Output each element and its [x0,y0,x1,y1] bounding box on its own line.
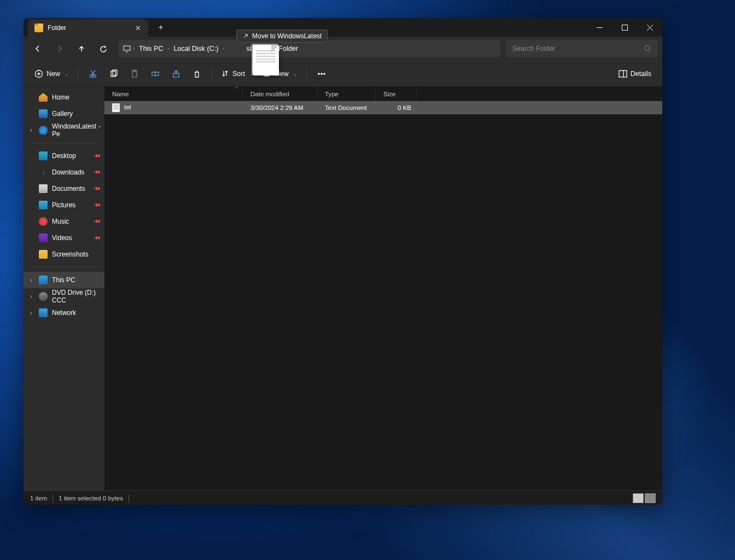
sidebar-item-network[interactable]: Network [24,305,104,321]
search-input[interactable]: Search Folder [506,40,658,57]
forward-button[interactable] [50,40,69,57]
column-header-modified[interactable]: Date modified [243,87,317,101]
refresh-button[interactable] [94,40,113,57]
svg-point-11 [90,74,93,77]
column-header-type[interactable]: Type [317,87,376,101]
separator [78,68,78,80]
documents-icon [39,184,48,193]
titlebar[interactable]: Folder ✕ ＋ [24,18,662,37]
move-arrow-icon [242,33,249,39]
window-controls [587,18,662,37]
drag-overlay: Move to WindowsLatest [236,28,262,59]
pin-icon: 📌 [93,201,101,209]
drag-document-icon [253,45,279,75]
svg-rect-4 [124,46,130,50]
svg-point-27 [324,73,325,74]
separator [306,68,307,80]
tab-folder[interactable]: Folder ✕ [28,19,148,37]
delete-button[interactable] [186,65,207,83]
svg-point-6 [645,46,650,51]
breadcrumb-thispc[interactable]: This PC [135,45,167,52]
file-explorer-window: Folder ✕ ＋ › This PC › Local Disk (C:) ›… [24,18,662,505]
monitor-icon [123,45,131,52]
minimize-button[interactable] [587,18,612,37]
status-bar: 1 item 1 item selected 0 bytes [24,491,662,505]
breadcrumb-localdisk[interactable]: Local Disk (C:) [169,45,223,52]
separator [30,267,98,267]
desktop-icon [39,151,48,160]
close-window-button[interactable] [637,18,662,37]
sidebar-item-screenshots[interactable]: Screenshots [24,246,104,262]
folder-icon [34,24,43,32]
cut-button[interactable] [83,65,103,83]
maximize-button[interactable] [612,18,637,37]
selection-info: 1 item selected 0 bytes [59,495,123,501]
file-row[interactable]: tet 3/30/2024 2:29 AM Text Document 0 KB [104,101,662,114]
sidebar-item-documents[interactable]: Documents📌 [24,180,104,197]
item-count: 1 item [30,495,47,501]
sidebar-item-home[interactable]: Home [24,89,104,106]
share-button[interactable] [166,65,186,83]
toolbar: New⌄ Sort⌄ View⌄ Details [24,61,662,87]
pin-icon: 📌 [93,185,101,193]
sidebar-item-pictures[interactable]: Pictures📌 [24,197,104,213]
column-header-name[interactable]: Name [104,87,243,101]
sidebar-item-videos[interactable]: Videos📌 [24,230,104,246]
thumbnails-view-toggle[interactable] [645,493,656,503]
file-type-cell: Text Document [317,104,376,111]
sidebar-item-music[interactable]: Music📌 [24,213,104,230]
svg-point-26 [321,73,322,74]
rename-button[interactable] [145,65,166,83]
navbar: › This PC › Local Disk (C:) › sLatest › … [24,37,662,61]
new-button[interactable]: New⌄ [30,65,73,83]
sidebar-item-onedrive[interactable]: WindowsLatest - Pe [24,122,104,138]
disc-icon [39,292,48,301]
sidebar-item-downloads[interactable]: Downloads📌 [24,164,104,180]
file-list-pane: Name Date modified Type Size tet 3/30/20… [104,87,662,491]
folder-icon [39,250,48,259]
more-button[interactable] [311,65,332,83]
separator [30,143,98,143]
sidebar-item-desktop[interactable]: Desktop📌 [24,148,104,164]
copy-button[interactable] [103,65,124,83]
svg-rect-28 [619,71,627,77]
sidebar-item-thispc[interactable]: This PC [24,272,104,288]
column-header-size[interactable]: Size [376,87,417,101]
details-view-toggle[interactable] [633,493,644,503]
svg-rect-1 [622,25,627,30]
home-icon [39,93,48,102]
text-file-icon [112,103,120,112]
drag-tooltip: Move to WindowsLatest [236,30,328,43]
up-button[interactable] [72,40,91,57]
svg-point-25 [318,73,319,74]
back-button[interactable] [28,40,48,57]
search-placeholder: Search Folder [512,45,556,52]
pin-icon: 📌 [93,168,101,177]
close-tab-button[interactable]: ✕ [134,24,142,32]
network-icon [39,308,48,317]
sort-button[interactable]: Sort⌄ [217,65,258,83]
separator [52,494,53,502]
sidebar-item-gallery[interactable]: Gallery [24,106,104,122]
file-modified-cell: 3/30/2024 2:29 AM [243,104,317,111]
column-headers: Name Date modified Type Size [104,87,662,101]
file-list[interactable]: tet 3/30/2024 2:29 AM Text Document 0 KB [104,101,662,491]
music-icon [39,217,48,226]
search-icon [644,45,651,52]
file-name-cell: tet [104,103,243,112]
chevron-down-icon: ⌄ [65,71,69,77]
pc-icon [39,276,48,284]
pin-icon: 📌 [93,152,101,160]
chevron-down-icon: ⌄ [293,71,298,77]
paste-button[interactable] [124,65,145,83]
download-icon [39,168,48,177]
sidebar-item-dvd[interactable]: DVD Drive (D:) CCC [24,288,104,305]
gallery-icon [39,109,48,118]
file-size-cell: 0 KB [376,104,417,111]
details-pane-button[interactable]: Details [614,65,656,83]
separator [129,494,129,502]
separator [212,68,212,80]
cloud-icon [39,126,48,135]
svg-line-7 [649,50,651,52]
new-tab-button[interactable]: ＋ [153,19,169,36]
